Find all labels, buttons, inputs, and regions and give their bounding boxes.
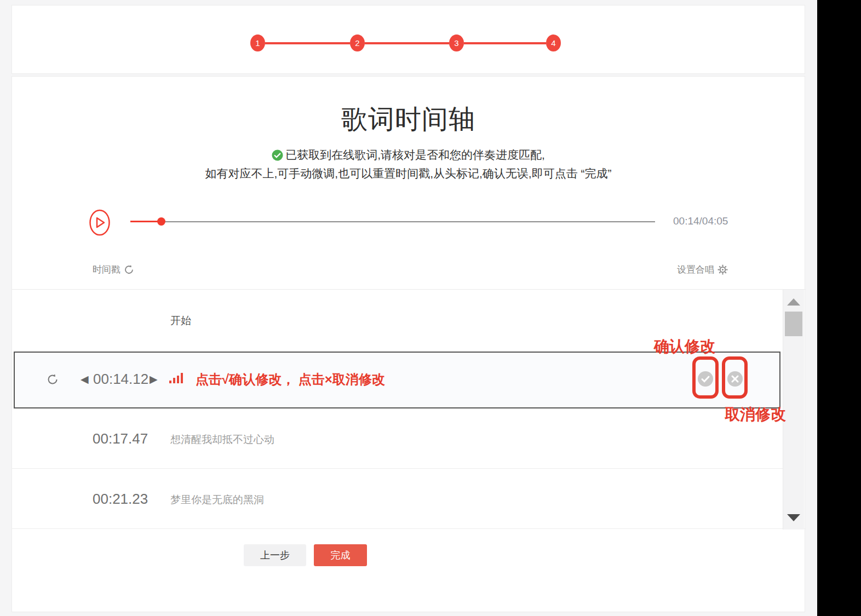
page-title: 歌词时间轴	[12, 102, 805, 137]
stepper-step-1[interactable]: 1	[250, 34, 265, 51]
stepper-step-3[interactable]: 3	[449, 34, 464, 51]
lyric-row-editing[interactable]: ◀ 00:14.12 ▶ 点击√确认修改， 点击×取消修改	[14, 352, 780, 408]
scrollbar-thumb[interactable]	[785, 312, 802, 336]
page: 1 2 3 4 歌词时间轴 已获取到在线歌词,请核对是否和您的伴奏进度匹配, 如…	[0, 0, 861, 616]
annotation-confirm-label: 确认修改	[654, 336, 715, 357]
stepper-step-4[interactable]: 4	[546, 34, 561, 51]
annotation-cancel-box	[722, 356, 748, 399]
progress-track[interactable]	[130, 221, 655, 222]
time-decrease-arrow-icon[interactable]: ◀	[81, 373, 89, 385]
row-reset-icon[interactable]	[47, 373, 59, 385]
chorus-settings-button[interactable]: 设置合唱	[677, 263, 728, 276]
row-timestamp: 00:21.23	[93, 491, 148, 508]
time-display: 00:14/04:05	[673, 215, 728, 227]
scrollbar-down-arrow-icon[interactable]	[787, 514, 800, 521]
scrollbar-up-arrow-icon[interactable]	[787, 298, 800, 306]
finish-button[interactable]: 完成	[314, 544, 367, 566]
stepper-connector-2	[365, 42, 449, 44]
timestamp-reset-icon[interactable]	[124, 264, 134, 275]
annotation-cancel-label: 取消修改	[725, 404, 786, 425]
row-timestamp: 00:17.47	[93, 430, 148, 447]
audio-bars-icon	[169, 372, 183, 383]
stepper-connector-1	[265, 42, 350, 44]
edit-instruction-text: 点击√确认修改， 点击×取消修改	[196, 371, 385, 388]
description-line-1: 已获取到在线歌词,请核对是否和您的伴奏进度匹配,	[285, 147, 545, 163]
lyric-text: 想清醒我却抵不过心动	[170, 433, 274, 447]
lyrics-timeline-card: 歌词时间轴 已获取到在线歌词,请核对是否和您的伴奏进度匹配, 如有对应不上,可手…	[12, 76, 805, 612]
previous-step-button[interactable]: 上一步	[244, 544, 306, 566]
success-check-icon	[272, 149, 283, 161]
lyric-text: 开始	[170, 314, 191, 328]
timestamp-label: 时间戳	[93, 263, 120, 276]
stepper-connector-3	[464, 42, 546, 44]
play-button[interactable]	[89, 209, 110, 236]
timestamp-tool: 时间戳	[93, 263, 134, 276]
stepper-card: 1 2 3 4	[12, 5, 805, 74]
lyrics-list: 开始 ◀ 00:14.12 ▶ 点击√确认修改， 点击×取消修改	[12, 289, 806, 529]
progress-played	[130, 221, 161, 222]
gear-icon	[718, 264, 728, 275]
stepper-step-2[interactable]: 2	[350, 34, 365, 51]
chorus-settings-label: 设置合唱	[677, 263, 714, 276]
stepper: 1 2 3 4	[250, 34, 561, 51]
progress-handle[interactable]	[157, 217, 165, 226]
screen-edge-black-bar	[817, 0, 861, 616]
description-line-2: 如有对应不上,可手动微调,也可以重置时间戳,从头标记,确认无误,即可点击 “完成…	[12, 166, 805, 181]
time-increase-arrow-icon[interactable]: ▶	[150, 373, 158, 385]
description-line-1-wrap: 已获取到在线歌词,请核对是否和您的伴奏进度匹配,	[12, 147, 805, 163]
annotation-confirm-box	[692, 356, 719, 399]
lyric-row[interactable]: 00:21.23 梦里你是无底的黑洞	[12, 469, 783, 529]
row-timestamp: 00:14.12	[93, 371, 148, 388]
lyric-row[interactable]: 00:17.47 想清醒我却抵不过心动	[12, 409, 783, 469]
lyric-text: 梦里你是无底的黑洞	[170, 493, 264, 507]
